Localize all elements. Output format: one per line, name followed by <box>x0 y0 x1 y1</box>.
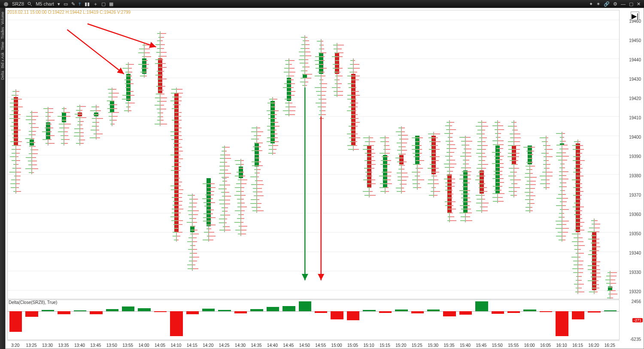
timeframe[interactable]: M5 chart <box>34 1 56 6</box>
delta-bar[interactable] <box>507 311 520 313</box>
candle[interactable] <box>57 10 71 299</box>
candle[interactable] <box>555 10 569 299</box>
delta-panel[interactable]: Delta(Close(SRZ8), True) <box>7 300 620 340</box>
close-icon[interactable]: ✕ <box>635 1 642 7</box>
candle[interactable] <box>234 10 248 299</box>
candle[interactable] <box>426 10 440 299</box>
candle[interactable] <box>442 10 456 299</box>
candle[interactable] <box>362 10 376 299</box>
grid-icon[interactable]: ▦ <box>107 1 115 7</box>
delta-bar[interactable] <box>540 311 552 312</box>
delta-bar[interactable] <box>154 311 167 312</box>
price-chart[interactable] <box>7 10 620 299</box>
delta-bar[interactable] <box>475 301 488 311</box>
delta-bar[interactable] <box>283 306 295 311</box>
candle[interactable] <box>522 10 537 299</box>
gear-icon[interactable]: ⚙ <box>611 1 619 7</box>
candle[interactable] <box>507 10 521 299</box>
delta-bar[interactable] <box>138 308 150 311</box>
delta-bar[interactable] <box>395 310 407 311</box>
delta-bar[interactable] <box>459 311 472 315</box>
candle[interactable] <box>185 10 200 299</box>
candle[interactable] <box>73 10 87 299</box>
candle[interactable] <box>24 10 39 299</box>
delta-bar[interactable] <box>74 310 86 311</box>
candle[interactable] <box>201 10 216 299</box>
sidebar-item-volume[interactable]: Volume <box>0 12 5 24</box>
delta-bar[interactable] <box>58 311 70 314</box>
candle[interactable] <box>105 10 119 299</box>
candle[interactable] <box>394 10 408 299</box>
delta-bar[interactable] <box>363 310 375 311</box>
price-axis[interactable]: 1932019330193401935019360193701938019390… <box>621 10 644 299</box>
delta-bar[interactable] <box>347 311 359 320</box>
candle[interactable] <box>137 10 151 299</box>
time-axis[interactable]: 3:2013:2513:3013:3513:4013:4513:5013:551… <box>7 340 620 349</box>
delta-bar[interactable] <box>523 310 536 311</box>
window-icon[interactable]: ▭ <box>62 1 70 7</box>
sidebar-item-delta[interactable]: Delta <box>0 71 5 80</box>
plus-icon[interactable]: ＋ <box>91 1 100 7</box>
delta-bar[interactable] <box>411 311 424 313</box>
sidebar-item-time[interactable]: Time <box>0 42 5 50</box>
settings-icon[interactable]: ✦ <box>587 1 595 7</box>
delta-bar[interactable] <box>250 309 263 311</box>
candle[interactable] <box>249 10 264 299</box>
delta-bar[interactable] <box>25 311 38 317</box>
delta-bar[interactable] <box>42 310 54 311</box>
candle[interactable] <box>330 10 344 299</box>
layers-icon[interactable]: ▢ <box>100 1 107 7</box>
candle[interactable] <box>89 10 103 299</box>
delta-bar[interactable] <box>572 311 584 319</box>
delta-bar[interactable] <box>315 311 327 313</box>
delta-bar[interactable] <box>9 311 22 332</box>
tool-icon[interactable]: ✶ <box>595 1 602 7</box>
minimize-icon[interactable]: — <box>619 1 627 6</box>
candle[interactable] <box>266 10 280 299</box>
delta-bar[interactable] <box>556 311 568 336</box>
sidebar-item-trades[interactable]: Trades <box>0 27 5 39</box>
delta-bar[interactable] <box>331 311 343 319</box>
candle[interactable] <box>346 10 360 299</box>
candle[interactable] <box>603 10 617 299</box>
candle[interactable] <box>282 10 296 299</box>
delta-bar[interactable] <box>427 310 440 311</box>
delta-bar[interactable] <box>267 307 279 311</box>
jump-to-end-icon[interactable]: ▶| <box>631 12 639 20</box>
chevron-down-icon[interactable]: ▾ <box>56 1 62 7</box>
delta-bar[interactable] <box>299 301 311 311</box>
candle[interactable] <box>169 10 183 299</box>
sidebar-item-bidask[interactable]: Bid x Ask <box>0 52 5 68</box>
candle[interactable] <box>314 10 328 299</box>
delta-bar[interactable] <box>106 309 118 311</box>
delta-bar[interactable] <box>443 311 456 316</box>
candle[interactable] <box>217 10 231 299</box>
delta-axis[interactable]: -271 2456-6235 <box>621 300 644 340</box>
indicator-icon[interactable]: ⫯ <box>77 1 83 6</box>
candle[interactable] <box>153 10 167 299</box>
candle[interactable] <box>410 10 425 299</box>
candle[interactable] <box>121 10 135 299</box>
delta-bar[interactable] <box>218 310 231 311</box>
delta-bar[interactable] <box>90 311 102 314</box>
candle[interactable] <box>571 10 585 299</box>
candle[interactable] <box>459 10 473 299</box>
delta-bar[interactable] <box>234 311 247 313</box>
candle[interactable] <box>9 10 23 299</box>
pencil-icon[interactable]: ✎ <box>70 1 77 7</box>
candle[interactable] <box>378 10 392 299</box>
search-icon[interactable] <box>26 1 34 7</box>
delta-bar[interactable] <box>492 311 504 314</box>
candle[interactable] <box>491 10 505 299</box>
delta-bar[interactable] <box>122 307 134 311</box>
maximize-icon[interactable]: ▢ <box>627 1 635 7</box>
delta-bar[interactable] <box>186 311 199 314</box>
candle[interactable] <box>587 10 601 299</box>
bars-icon[interactable]: ▮▮ <box>83 1 91 7</box>
candle[interactable] <box>298 10 312 299</box>
delta-bar[interactable] <box>379 311 392 313</box>
delta-bar[interactable] <box>170 311 182 336</box>
delta-bar[interactable] <box>202 309 215 311</box>
delta-bar[interactable] <box>604 310 617 311</box>
candle[interactable] <box>539 10 553 299</box>
